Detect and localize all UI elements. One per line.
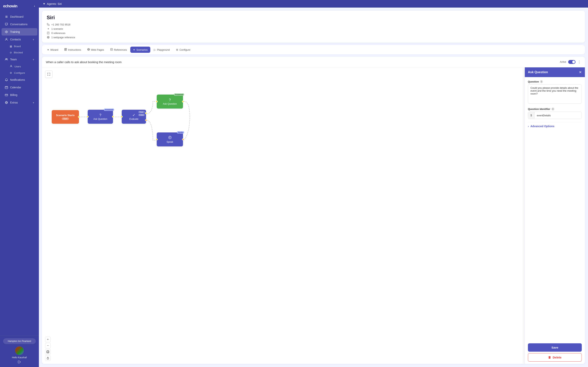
speak-icon	[168, 136, 172, 140]
topbar-title: Agents: Siri	[47, 2, 62, 5]
sidebar: echowin ‹ ⊞ Dashboard Conversations Trai…	[0, 0, 39, 367]
question-icon: ?	[99, 113, 101, 117]
svg-point-3	[6, 58, 7, 59]
sidebar-item-notifications[interactable]: Notifications	[1, 76, 37, 83]
tab-webpages[interactable]: Web Pages	[85, 47, 107, 53]
sidebar-item-board[interactable]: ▦ Board	[1, 43, 37, 49]
agent-scenarios-row: ✦ 1 scenario	[47, 27, 580, 30]
tab-playground[interactable]: ▷ Playground	[151, 47, 173, 53]
agent-phone-row: +1 260 702 9518	[47, 23, 580, 26]
sidebar-item-extras[interactable]: Extras ∨	[1, 99, 37, 106]
svg-point-20	[169, 136, 171, 139]
sidebar-item-billing[interactable]: Billing	[1, 91, 37, 99]
tab-instructions[interactable]: Instructions	[62, 47, 84, 53]
sidebar-item-configure[interactable]: ⚙ Configure	[1, 70, 37, 76]
svg-rect-6	[5, 86, 8, 89]
tab-scenarios[interactable]: ✦ Scenarios	[130, 47, 150, 53]
zoom-out-button[interactable]: −	[45, 343, 51, 348]
team-chevron-icon: ∨	[33, 58, 34, 61]
delete-button[interactable]: 🗑 Delete	[528, 353, 582, 362]
node-ask-question-1[interactable]: ? Ask Question Answered	[88, 110, 113, 124]
lock-button[interactable]	[45, 355, 51, 361]
tab-wizard[interactable]: ✦ Wizard	[44, 47, 61, 53]
active-toggle[interactable]	[568, 60, 576, 64]
expand-button[interactable]	[45, 70, 52, 78]
sidebar-item-label: Extras	[10, 101, 18, 104]
sidebar-item-label: Notifications	[10, 78, 25, 81]
question-info-icon[interactable]: i	[540, 80, 543, 83]
node-connector-right-speak	[182, 138, 184, 140]
billing-icon	[5, 93, 8, 97]
sidebar-item-label: Dashboard	[10, 15, 24, 18]
ask-question-panel: Ask Question ✕ Question i Could you plea…	[525, 67, 585, 364]
node-label: Evaluate	[129, 118, 138, 120]
agent-name: Siri	[47, 15, 580, 21]
panel-header: Ask Question ✕	[525, 67, 585, 77]
node-connector-true	[145, 112, 147, 114]
advanced-options-toggle[interactable]: › Advanced Options	[528, 122, 582, 130]
notifications-icon	[5, 78, 8, 82]
sidebar-item-training[interactable]: Training	[1, 28, 37, 35]
logout-button[interactable]	[17, 360, 21, 365]
node-connector-false	[145, 119, 147, 121]
flow-canvas: + −	[42, 67, 585, 364]
sidebar-item-conversations[interactable]: Conversations	[1, 21, 37, 28]
save-button[interactable]: Save	[528, 343, 582, 352]
sidebar-item-label: Conversations	[10, 23, 28, 26]
spoke-badge: Spoke	[177, 131, 184, 133]
fit-view-button[interactable]	[45, 349, 51, 355]
sidebar-item-label: Training	[10, 30, 20, 33]
sidebar-item-label: Calendar	[10, 86, 21, 89]
user-profile: Hello Kaushal!	[3, 346, 36, 365]
active-label: Active	[560, 61, 566, 63]
playground-tab-icon: ▷	[154, 48, 156, 51]
identifier-field-label: Question Identifier i	[528, 108, 582, 110]
svg-rect-19	[47, 358, 49, 359]
avatar	[15, 346, 24, 355]
node-connector-left	[121, 116, 123, 118]
svg-rect-18	[47, 351, 49, 353]
identifier-input[interactable]	[535, 112, 582, 119]
node-label: Scenario Starts	[56, 114, 75, 117]
dashboard-icon: ⊞	[5, 15, 8, 18]
sidebar-item-contacts[interactable]: Contacts ∨	[1, 36, 37, 43]
panel-close-button[interactable]: ✕	[579, 70, 582, 74]
agent-scenarios: 1 scenario	[51, 27, 63, 30]
workspace-button[interactable]: Hampton Inn Pearland	[3, 338, 36, 344]
node-speak[interactable]: Speak Spoke	[157, 133, 183, 146]
blocked-icon: ⊘	[10, 51, 12, 54]
flow-nodes: Scenario Starts Start ? Ask Question Ans…	[42, 67, 585, 364]
webpages-tab-icon	[87, 48, 90, 51]
tabs-bar: ✦ Wizard Instructions Web Pages Referen	[42, 45, 585, 54]
node-connector-left-speak	[156, 138, 158, 140]
more-options-button[interactable]: ⋮	[578, 60, 581, 64]
sidebar-item-label: Billing	[10, 93, 17, 97]
sidebar-item-dashboard[interactable]: ⊞ Dashboard	[1, 13, 37, 20]
node-ask-question-2[interactable]: ? Ask Question Answered	[157, 95, 183, 108]
scenarios-icon: ✦	[47, 27, 50, 30]
evaluate-icon: ✓	[132, 113, 135, 117]
sidebar-sub-label: Board	[14, 45, 21, 48]
contacts-icon	[5, 38, 8, 41]
question-icon-2: ?	[169, 98, 171, 102]
sidebar-item-calendar[interactable]: Calendar	[1, 84, 37, 91]
agent-meta: +1 260 702 9518 ✦ 1 scenario 0 reference…	[47, 23, 580, 39]
question-textarea[interactable]: Could you please provide details about t…	[528, 84, 582, 104]
conversations-icon	[5, 23, 8, 26]
scenario-workspace: When a caller calls to ask about booking…	[42, 57, 585, 364]
sidebar-item-team[interactable]: Team ∨	[1, 56, 37, 63]
sidebar-collapse-button[interactable]: ‹	[33, 3, 36, 8]
sidebar-item-blocked[interactable]: ⊘ Blocked	[1, 50, 37, 56]
node-connector-right	[112, 116, 114, 118]
phone-icon	[47, 23, 50, 26]
node-evaluate[interactable]: ✓ Evaluate True False	[122, 110, 146, 124]
node-scenario-starts[interactable]: Scenario Starts Start	[52, 110, 79, 124]
identifier-info-icon[interactable]: i	[552, 108, 554, 110]
tab-configure[interactable]: ⚙ Configure	[173, 47, 193, 53]
node-badge: Answered	[104, 108, 114, 111]
tab-references[interactable]: References	[108, 47, 130, 53]
sidebar-item-label: Contacts	[10, 38, 21, 41]
zoom-in-button[interactable]: +	[45, 337, 51, 342]
webpage-icon	[47, 36, 50, 39]
sidebar-item-users[interactable]: Users	[1, 63, 37, 70]
